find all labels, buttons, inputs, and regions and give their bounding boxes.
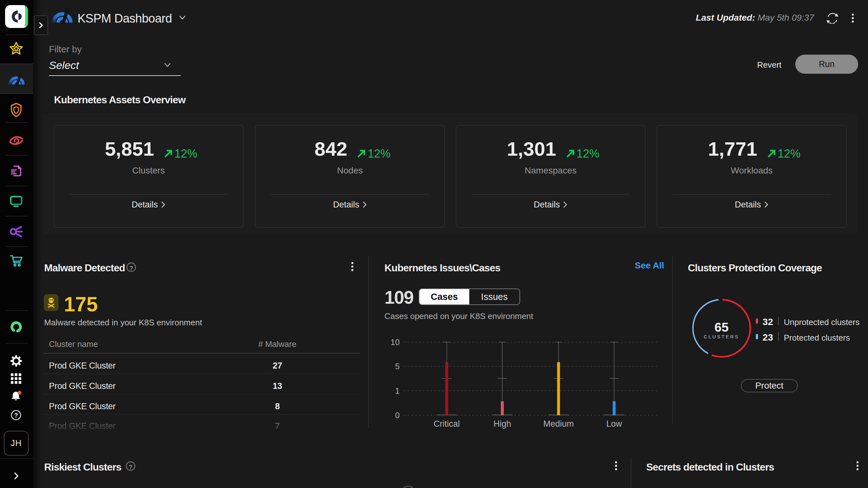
svg-text:Medium: Medium [543,419,574,429]
svg-text:1: 1 [395,386,400,396]
svg-text:5: 5 [395,362,400,371]
svg-text:10: 10 [391,337,400,347]
svg-text:0: 0 [395,410,400,420]
svg-text:Low: Low [606,419,622,429]
svg-text:High: High [493,419,511,429]
svg-text:Critical: Critical [434,419,460,429]
svg-text:?: ? [14,412,18,419]
